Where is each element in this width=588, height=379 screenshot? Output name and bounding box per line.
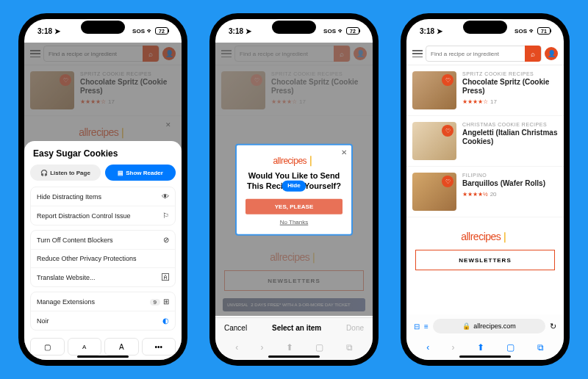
forward-icon: › bbox=[261, 342, 264, 353]
show-reader-button[interactable]: ▤Show Reader bbox=[105, 165, 176, 181]
recipe-title: Angeletti (Italian Christmas Cookies) bbox=[462, 129, 558, 146]
privacy-protections[interactable]: Reduce Other Privacy Protections bbox=[31, 250, 175, 268]
tabs-icon[interactable]: ⧉ bbox=[537, 342, 544, 353]
search-box[interactable]: ⌕ bbox=[426, 46, 542, 62]
home-indicator[interactable] bbox=[268, 355, 320, 358]
phone-2: 3:18 ➤ SOS ᯤ 72 ⌕ 👤 ♡ SPRITZ COOKIE RECI… bbox=[209, 13, 379, 366]
yes-please-button[interactable]: YES, PLEASE bbox=[245, 198, 343, 214]
recipe-title: Barquillos (Wafer Rolls) bbox=[462, 179, 558, 188]
select-prompt: Select an item bbox=[272, 324, 321, 332]
bookmarks-icon: ▢ bbox=[315, 342, 323, 353]
phone-3: 3:18 ➤ SOS ᯤ 71 ⌕ 👤 ♡ SPRITZ COOKIE RECI… bbox=[401, 13, 570, 366]
close-icon[interactable]: ✕ bbox=[341, 148, 347, 156]
user-icon[interactable]: 👤 bbox=[545, 47, 558, 60]
done-button: Done bbox=[346, 324, 364, 332]
manage-extensions[interactable]: Manage Extensions9⊞ bbox=[31, 292, 175, 311]
forward-icon: › bbox=[452, 342, 455, 353]
font-larger[interactable]: A bbox=[104, 338, 139, 355]
heart-icon[interactable]: ♡ bbox=[442, 74, 453, 86]
translate-website[interactable]: Translate Website...🄰 bbox=[31, 268, 175, 286]
report-distraction[interactable]: Report Distraction Control Issue⚐ bbox=[31, 206, 175, 225]
no-thanks-link[interactable]: No Thanks bbox=[245, 218, 343, 225]
newsletters-button[interactable]: NEWSLETTERS bbox=[415, 250, 555, 270]
cancel-button[interactable]: Cancel bbox=[224, 324, 247, 332]
heart-icon[interactable]: ♡ bbox=[442, 125, 453, 137]
hide-distracting-items[interactable]: Hide Distracting Items👁 bbox=[31, 187, 175, 206]
more-button[interactable]: ••• bbox=[142, 338, 176, 355]
heart-icon[interactable]: ♡ bbox=[442, 176, 453, 187]
rating: ★★★★☆17 bbox=[462, 98, 558, 105]
tabs-icon: ⧉ bbox=[346, 342, 353, 353]
recipe-category: FILIPINO bbox=[462, 173, 558, 178]
menu-icon[interactable] bbox=[412, 50, 423, 57]
share-icon[interactable]: ⬆ bbox=[477, 342, 484, 353]
sheet-title: Easy Sugar Cookies bbox=[30, 148, 176, 159]
noir-extension[interactable]: Noir◐ bbox=[31, 311, 175, 330]
font-smaller[interactable]: A bbox=[68, 338, 102, 355]
bookmarks-icon[interactable]: ▢ bbox=[506, 342, 514, 353]
hide-toolbar-icon[interactable]: ≡ bbox=[424, 322, 429, 331]
reload-icon[interactable]: ↻ bbox=[550, 322, 556, 331]
blocker-icon: ⊘ bbox=[163, 236, 169, 244]
back-icon: ‹ bbox=[235, 342, 238, 353]
dynamic-island bbox=[463, 21, 507, 34]
report-icon: ⚐ bbox=[162, 212, 169, 220]
page-menu-sheet: Easy Sugar Cookies 🎧Listen to Page ▤Show… bbox=[24, 141, 182, 360]
recipe-popup[interactable]: ✕ allrecipes❘ Would You Like to Send Thi… bbox=[235, 144, 353, 236]
allrecipes-logo: allrecipes❘ bbox=[406, 231, 564, 242]
rating: ★★★★½20 bbox=[462, 191, 558, 198]
lock-icon: 🔒 bbox=[462, 322, 470, 330]
allrecipes-logo: allrecipes❘ bbox=[245, 154, 343, 166]
dynamic-island bbox=[272, 21, 316, 34]
bottom-toolbar: Cancel Select an item Done ‹ › ⬆ ▢ ⧉ bbox=[215, 317, 373, 360]
eye-slash-icon: 👁 bbox=[162, 192, 169, 201]
top-bar: ⌕ 👤 bbox=[406, 43, 564, 65]
home-indicator[interactable] bbox=[77, 355, 129, 358]
recipe-category: CHRISTMAS COOKIE RECIPES bbox=[462, 122, 558, 127]
search-button[interactable]: ⌕ bbox=[525, 46, 541, 62]
phone-1: 3:18 ➤ SOS ᯤ 72 ⌕ 👤 ♡ SPRITZ COOKIE RECI… bbox=[18, 13, 187, 366]
reader-toggle[interactable]: ▢ bbox=[30, 338, 65, 355]
bottom-toolbar: ⊟ ≡ 🔒allrecipes.com ↻ ‹ › ⬆ ▢ ⧉ bbox=[406, 314, 564, 360]
recipe-title: Chocolate Spritz (Cookie Press) bbox=[462, 78, 558, 95]
recipe-image: ♡ bbox=[412, 71, 456, 109]
listen-to-page-button[interactable]: 🎧Listen to Page bbox=[30, 165, 101, 181]
reader-icon: ▤ bbox=[118, 170, 123, 176]
home-indicator[interactable] bbox=[459, 355, 511, 358]
url-field[interactable]: 🔒allrecipes.com bbox=[433, 319, 545, 333]
translate-icon: 🄰 bbox=[162, 273, 169, 281]
page-settings-icon[interactable]: ⊟ bbox=[414, 322, 420, 331]
headphones-icon: 🎧 bbox=[40, 170, 48, 176]
content-blockers[interactable]: Turn Off Content Blockers⊘ bbox=[31, 231, 175, 250]
hide-label[interactable]: Hide bbox=[282, 181, 306, 191]
search-input[interactable] bbox=[426, 51, 525, 57]
share-icon: ⬆ bbox=[286, 342, 293, 353]
dynamic-island bbox=[81, 21, 125, 34]
moon-icon: ◐ bbox=[162, 317, 169, 325]
recipe-card[interactable]: ♡ CHRISTMAS COOKIE RECIPES Angeletti (It… bbox=[406, 116, 564, 167]
recipe-card[interactable]: ♡ FILIPINO Barquillos (Wafer Rolls) ★★★★… bbox=[406, 167, 564, 217]
recipe-category: SPRITZ COOKIE RECIPES bbox=[462, 71, 558, 76]
recipe-card[interactable]: ♡ SPRITZ COOKIE RECIPES Chocolate Spritz… bbox=[406, 65, 564, 116]
popup-question: Would You Like to Send This Recipe to Yo… bbox=[245, 170, 343, 192]
back-icon[interactable]: ‹ bbox=[426, 342, 429, 353]
recipe-image: ♡ bbox=[412, 173, 456, 211]
puzzle-icon: ⊞ bbox=[163, 297, 169, 306]
recipe-image: ♡ bbox=[412, 122, 456, 160]
